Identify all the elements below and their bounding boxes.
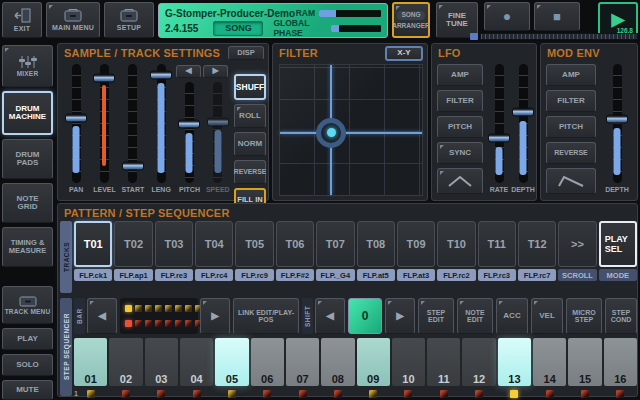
sample-slider-pitch[interactable]: PITCH bbox=[175, 64, 203, 196]
roll-button[interactable]: ROLL bbox=[234, 104, 266, 128]
slider-handle[interactable] bbox=[207, 118, 229, 127]
track-button-t02[interactable]: T02 bbox=[114, 221, 152, 267]
step-pad-16[interactable]: 16 bbox=[604, 338, 637, 386]
sample-slider-pan[interactable]: PAN bbox=[62, 64, 90, 196]
sidebar-item-note-grid[interactable]: NOTE GRID bbox=[2, 183, 53, 223]
sidebar-item-solo[interactable]: SOLO bbox=[2, 354, 53, 376]
sample-slider-track-leng[interactable] bbox=[157, 64, 166, 183]
step-pad-02[interactable]: 02 bbox=[109, 338, 142, 386]
track-button-t01[interactable]: T01 bbox=[74, 221, 112, 267]
mod-env-filter-button[interactable]: FILTER bbox=[546, 90, 596, 112]
disp-button[interactable]: DISP bbox=[228, 46, 264, 60]
tracks-scroll-button[interactable]: >> bbox=[558, 221, 596, 267]
track-button-t08[interactable]: T08 bbox=[357, 221, 395, 267]
slider-handle[interactable] bbox=[65, 113, 87, 122]
sidebar-item-timing-measure[interactable]: TIMING & MEASURE bbox=[2, 227, 53, 267]
mod-env-reverse-button[interactable]: REVERSE bbox=[546, 142, 596, 164]
velocity-button[interactable]: VEL bbox=[531, 298, 563, 334]
sidebar-item-drum-machine[interactable]: DRUM MACHINE bbox=[2, 91, 53, 135]
shift-prev-button[interactable]: ◀ bbox=[315, 298, 345, 334]
slider-handle[interactable] bbox=[512, 107, 534, 116]
sidebar-item-mute[interactable]: MUTE bbox=[2, 380, 53, 400]
accent-button[interactable]: ACC bbox=[496, 298, 528, 334]
lfo-slider-depth[interactable]: DEPTH bbox=[511, 64, 535, 196]
mod-env-pitch-button[interactable]: PITCH bbox=[546, 116, 596, 138]
sample-slider-track-level[interactable] bbox=[100, 64, 109, 183]
track-button-t06[interactable]: T06 bbox=[276, 221, 314, 267]
lfo-sync-button[interactable]: SYNC bbox=[437, 142, 483, 164]
record-button[interactable]: ● bbox=[484, 2, 530, 31]
shuffle-button[interactable]: SHUFF bbox=[234, 74, 266, 100]
slider-handle[interactable] bbox=[150, 70, 172, 79]
lfo-slider-rate[interactable]: RATE bbox=[487, 64, 511, 196]
step-pad-04[interactable]: 04 bbox=[180, 338, 213, 386]
slider-handle[interactable] bbox=[488, 133, 510, 142]
sample-slider-leng[interactable]: LENG bbox=[147, 64, 175, 196]
step-pad-01[interactable]: 01 bbox=[74, 338, 107, 386]
setup-button[interactable]: SETUP bbox=[104, 2, 154, 38]
slider-handle[interactable] bbox=[178, 120, 200, 129]
track-button-t12[interactable]: T12 bbox=[518, 221, 556, 267]
mod-env-amp-button[interactable]: AMP bbox=[546, 64, 596, 86]
xy-puck[interactable] bbox=[316, 118, 346, 148]
pitch-speed-right-arrow-button[interactable]: ▶ bbox=[203, 65, 228, 78]
step-pad-09[interactable]: 09 bbox=[357, 338, 390, 386]
play-sel-mode-button[interactable]: PLAY SEL bbox=[599, 221, 637, 267]
mod-env-shape-button[interactable] bbox=[546, 168, 596, 194]
normalize-button[interactable]: NORM bbox=[234, 132, 266, 156]
track-button-t11[interactable]: T11 bbox=[478, 221, 516, 267]
pitch-speed-left-arrow-button[interactable]: ◀ bbox=[176, 65, 201, 78]
song-arranger-button[interactable]: SONG ARRANGER bbox=[392, 2, 430, 38]
sample-slider-track-start[interactable] bbox=[128, 64, 137, 183]
exit-button[interactable]: EXIT bbox=[2, 2, 42, 38]
step-pad-03[interactable]: 03 bbox=[145, 338, 178, 386]
bar-next-button[interactable]: ▶ bbox=[200, 298, 230, 334]
lfo-slider-track-depth[interactable] bbox=[519, 64, 528, 183]
track-button-t05[interactable]: T05 bbox=[235, 221, 273, 267]
sample-slider-track-speed[interactable] bbox=[213, 82, 222, 183]
micro-step-button[interactable]: MICRO STEP bbox=[566, 298, 602, 334]
step-cond-button[interactable]: STEP COND bbox=[605, 298, 637, 334]
lfo-pitch-button[interactable]: PITCH bbox=[437, 116, 483, 138]
sidebar-item-mixer[interactable]: MIXER bbox=[2, 45, 53, 87]
track-button-t03[interactable]: T03 bbox=[155, 221, 193, 267]
xy-mode-button[interactable]: X-Y bbox=[385, 46, 423, 61]
stop-button[interactable]: ■ bbox=[534, 2, 580, 31]
filter-xy-pad[interactable] bbox=[279, 64, 423, 196]
main-menu-button[interactable]: MAIN MENU bbox=[46, 2, 100, 38]
lfo-waveform-button[interactable] bbox=[437, 168, 483, 194]
mod-env-slider-track-depth[interactable] bbox=[613, 64, 622, 183]
sidebar-item-drum-pads[interactable]: DRUM PADS bbox=[2, 139, 53, 179]
step-pad-05[interactable]: 05 bbox=[215, 338, 248, 386]
slider-handle[interactable] bbox=[122, 162, 144, 171]
step-pad-11[interactable]: 11 bbox=[427, 338, 460, 386]
slider-handle[interactable] bbox=[606, 114, 628, 123]
song-position-bar[interactable] bbox=[470, 33, 638, 40]
sample-slider-level[interactable]: LEVEL bbox=[90, 64, 118, 196]
shift-next-button[interactable]: ▶ bbox=[385, 298, 415, 334]
step-pad-12[interactable]: 12 bbox=[462, 338, 495, 386]
step-pad-07[interactable]: 07 bbox=[286, 338, 319, 386]
step-pad-14[interactable]: 14 bbox=[533, 338, 566, 386]
lfo-filter-button[interactable]: FILTER bbox=[437, 90, 483, 112]
slider-handle[interactable] bbox=[93, 74, 115, 83]
reverse-button[interactable]: REVERSE bbox=[234, 160, 266, 184]
mod-env-slider-depth[interactable]: DEPTH bbox=[601, 64, 633, 196]
lfo-amp-button[interactable]: AMP bbox=[437, 64, 483, 86]
sample-slider-start[interactable]: START bbox=[119, 64, 147, 196]
sidebar-item-play[interactable]: PLAY bbox=[2, 328, 53, 350]
track-button-t10[interactable]: T10 bbox=[437, 221, 475, 267]
track-button-t09[interactable]: T09 bbox=[397, 221, 435, 267]
song-mode-button[interactable]: SONG bbox=[213, 21, 263, 36]
step-pad-10[interactable]: 10 bbox=[392, 338, 425, 386]
step-pad-13[interactable]: 13 bbox=[498, 338, 531, 386]
step-pad-08[interactable]: 08 bbox=[321, 338, 354, 386]
step-pad-06[interactable]: 06 bbox=[251, 338, 284, 386]
sidebar-item-track-menu[interactable]: TRACK MENU bbox=[2, 286, 53, 324]
bar-prev-button[interactable]: ◀ bbox=[87, 298, 117, 334]
sample-slider-track-pan[interactable] bbox=[72, 64, 81, 183]
step-edit-button[interactable]: STEP EDIT bbox=[418, 298, 454, 334]
step-pad-15[interactable]: 15 bbox=[568, 338, 601, 386]
link-edit-playpos-button[interactable]: LINK EDIT/PLAY-POS bbox=[233, 298, 299, 334]
track-button-t04[interactable]: T04 bbox=[195, 221, 233, 267]
